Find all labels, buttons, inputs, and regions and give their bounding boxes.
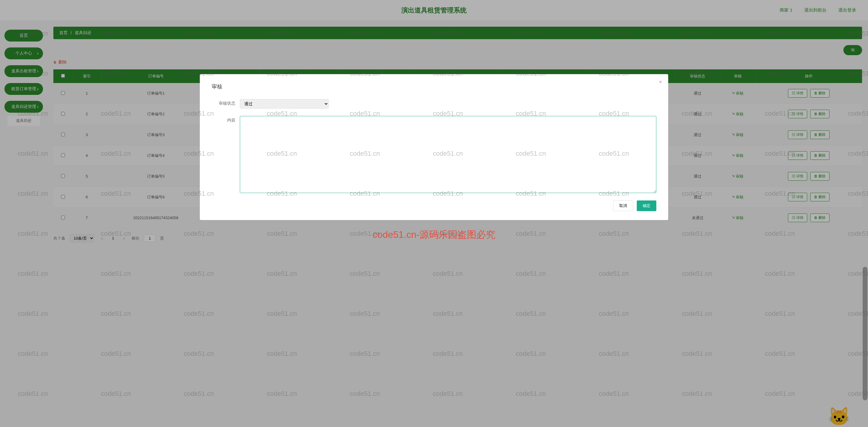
- status-select[interactable]: 通过: [240, 99, 329, 109]
- close-icon[interactable]: ×: [659, 79, 662, 85]
- content-label: 内容: [212, 116, 236, 123]
- cancel-button[interactable]: 取消: [613, 201, 633, 211]
- content-textarea[interactable]: [240, 116, 656, 193]
- watermark-red: code51.cn-源码乐园盗图必究: [373, 228, 495, 241]
- review-modal: × 审核 审核状态 通过 内容 取消 确定: [200, 74, 668, 220]
- status-label: 审核状态: [212, 99, 236, 106]
- modal-title: 审核: [212, 83, 656, 90]
- confirm-button[interactable]: 确定: [637, 201, 656, 211]
